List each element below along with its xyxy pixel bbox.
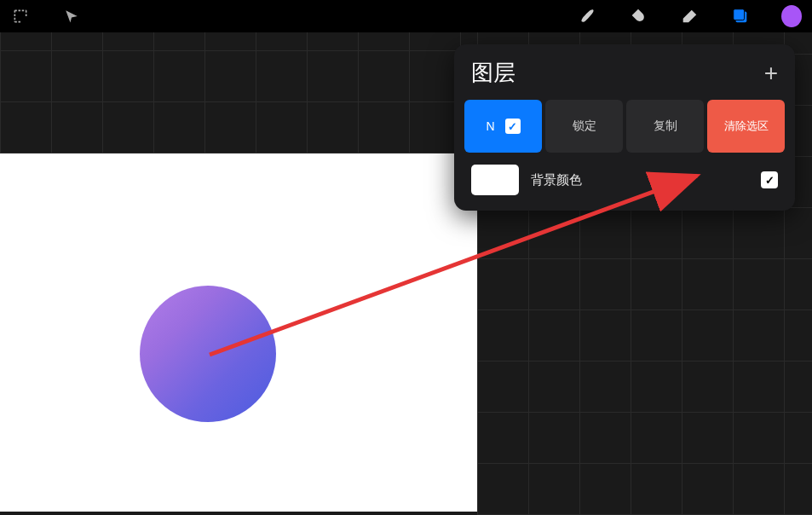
blend-mode-label: N	[486, 119, 494, 133]
lock-label: 锁定	[573, 119, 596, 134]
color-swatch[interactable]	[781, 6, 802, 26]
layer-action-row: N ✓ 锁定 复制 清除选区	[464, 100, 785, 153]
move-tool-icon[interactable]	[61, 6, 82, 26]
gradient-circle-artwork	[140, 286, 276, 422]
svg-rect-1	[734, 9, 745, 20]
selection-tool-icon[interactable]	[10, 6, 31, 26]
top-toolbar	[0, 0, 812, 32]
eraser-icon[interactable]	[679, 6, 700, 26]
lock-button[interactable]: 锁定	[545, 100, 623, 153]
add-layer-icon[interactable]: +	[764, 60, 778, 87]
background-label: 背景颜色	[531, 172, 749, 188]
duplicate-button[interactable]: 复制	[626, 100, 704, 153]
current-color-circle	[781, 5, 802, 27]
background-visible-checkbox[interactable]: ✓	[761, 171, 778, 188]
blend-mode-button[interactable]: N ✓	[464, 100, 542, 153]
background-thumbnail	[471, 165, 519, 195]
background-layer-row[interactable]: 背景颜色 ✓	[464, 159, 785, 200]
smudge-icon[interactable]	[628, 6, 648, 26]
layer-visible-checkbox[interactable]: ✓	[505, 119, 521, 134]
clear-selection-label: 清除选区	[724, 119, 769, 134]
clear-selection-button[interactable]: 清除选区	[707, 100, 785, 153]
layers-icon[interactable]	[730, 6, 751, 26]
brush-icon[interactable]	[577, 6, 597, 26]
layers-panel-title: 图层	[471, 58, 515, 88]
duplicate-label: 复制	[654, 119, 677, 134]
canvas[interactable]	[0, 153, 477, 512]
layers-panel: 图层 + N ✓ 锁定 复制 清除选区 背景颜色 ✓	[454, 44, 795, 211]
